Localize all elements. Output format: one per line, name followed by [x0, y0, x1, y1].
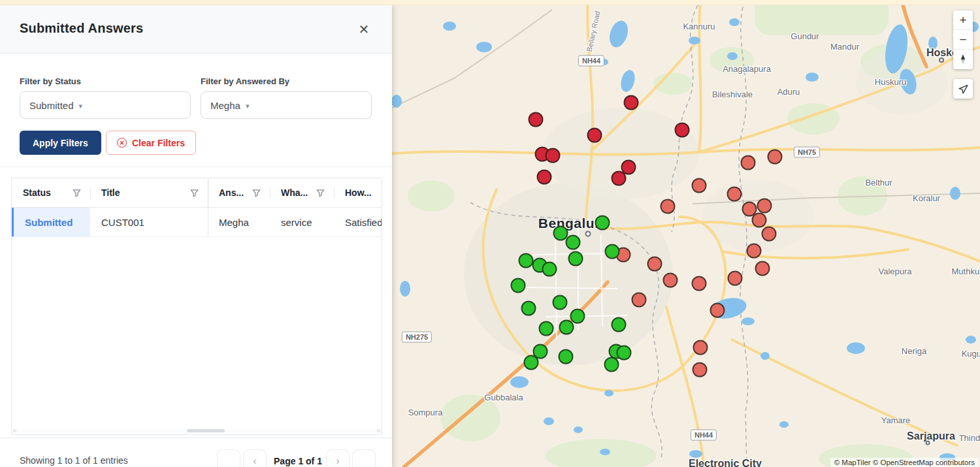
- salmon-map-marker[interactable]: [752, 213, 767, 228]
- column-header-title[interactable]: Title: [90, 178, 208, 207]
- scrollbar-left-end: [13, 429, 16, 432]
- green-map-marker[interactable]: [566, 235, 581, 250]
- compass-icon[interactable]: [953, 50, 973, 69]
- red-map-marker[interactable]: [546, 148, 561, 163]
- divider: [0, 438, 392, 438]
- last-page-button[interactable]: [352, 449, 376, 467]
- filter-funnel-icon[interactable]: [67, 189, 81, 197]
- screen: Submitted Answers ✕ Filter by Status Fil…: [0, 0, 980, 467]
- red-map-marker[interactable]: [624, 95, 639, 110]
- map-basemap: [392, 0, 980, 467]
- salmon-map-marker[interactable]: [632, 293, 647, 308]
- green-map-marker[interactable]: [604, 357, 619, 372]
- green-map-marker[interactable]: [617, 346, 632, 361]
- green-map-marker[interactable]: [605, 244, 620, 259]
- salmon-map-marker[interactable]: [741, 155, 756, 170]
- green-map-marker[interactable]: [511, 278, 526, 293]
- city-dot: [585, 231, 591, 237]
- green-map-marker[interactable]: [568, 251, 583, 266]
- salmon-map-marker[interactable]: [747, 244, 762, 259]
- map-label-kugur: Kugur: [962, 349, 980, 359]
- filter-funnel-icon[interactable]: [311, 189, 325, 197]
- column-label: How...: [345, 187, 372, 198]
- salmon-map-marker[interactable]: [647, 257, 662, 272]
- salmon-map-marker[interactable]: [693, 362, 708, 378]
- first-page-button[interactable]: [217, 449, 240, 467]
- cell-how-[interactable]: Satisfied: [334, 208, 382, 236]
- red-map-marker[interactable]: [529, 112, 544, 127]
- green-map-marker[interactable]: [521, 301, 536, 316]
- salmon-map-marker[interactable]: [755, 261, 770, 276]
- red-map-marker[interactable]: [612, 171, 627, 186]
- submitted-answers-panel: Submitted Answers ✕ Filter by Status Fil…: [0, 5, 392, 467]
- column-header-ans-[interactable]: Ans...: [208, 178, 270, 207]
- close-icon[interactable]: ✕: [354, 20, 374, 39]
- green-map-marker[interactable]: [553, 295, 568, 310]
- salmon-map-marker[interactable]: [692, 178, 707, 193]
- geolocate-icon[interactable]: [953, 79, 973, 99]
- green-map-marker[interactable]: [595, 216, 610, 231]
- green-map-marker[interactable]: [524, 355, 539, 370]
- scrollbar-right-end: [377, 429, 380, 432]
- zoom-out-icon[interactable]: −: [953, 30, 973, 50]
- divider: [0, 167, 392, 167]
- map-attribution[interactable]: © MapTiler © OpenStreetMap contributors: [830, 458, 979, 467]
- filter-funnel-icon[interactable]: [185, 189, 199, 197]
- filter-funnel-icon[interactable]: [247, 189, 261, 197]
- column-header-status[interactable]: Status: [12, 178, 90, 207]
- map-label-yamare: Yamare: [881, 415, 911, 425]
- cell-wha-[interactable]: service: [270, 208, 334, 236]
- table-row[interactable]: SubmittedCUST001MeghaserviceSatisfied: [12, 208, 382, 237]
- column-label: Title: [101, 187, 120, 198]
- column-header-wha-[interactable]: Wha...: [270, 178, 334, 207]
- cell-title[interactable]: CUST001: [90, 208, 208, 236]
- salmon-map-marker[interactable]: [728, 271, 743, 286]
- green-map-marker[interactable]: [542, 262, 557, 277]
- green-map-marker[interactable]: [559, 349, 574, 364]
- salmon-map-marker[interactable]: [692, 276, 707, 291]
- salmon-map-marker[interactable]: [727, 187, 742, 202]
- cell-ans-[interactable]: Megha: [208, 208, 270, 236]
- red-map-marker[interactable]: [675, 123, 690, 138]
- road-shield-nh275: NH275: [402, 332, 432, 343]
- scrollbar-thumb[interactable]: [187, 429, 225, 432]
- zoom-in-icon[interactable]: +: [953, 10, 973, 30]
- salmon-map-marker[interactable]: [710, 303, 725, 318]
- road-shield-nh75: NH75: [794, 147, 820, 158]
- red-map-marker[interactable]: [587, 128, 602, 143]
- salmon-map-marker[interactable]: [768, 150, 783, 165]
- salmon-map-marker[interactable]: [757, 199, 772, 214]
- map-label-gubbalala: Gubbalala: [484, 393, 523, 402]
- map-label-sarjapura: Sarjapura: [907, 430, 955, 442]
- column-header-how-[interactable]: How...: [334, 178, 382, 207]
- salmon-map-marker[interactable]: [762, 227, 777, 242]
- status-filter-label: Filter by Status: [20, 76, 81, 86]
- answered-by-filter-label: Filter by Answered By: [201, 76, 289, 86]
- map[interactable]: KannuruGundurMandurHoskotAnagalapuraBile…: [392, 0, 980, 467]
- green-map-marker[interactable]: [612, 317, 627, 332]
- map-label-neriga: Neriga: [902, 346, 926, 356]
- salmon-map-marker[interactable]: [693, 340, 708, 355]
- green-map-marker[interactable]: [570, 309, 585, 324]
- salmon-map-marker[interactable]: [661, 199, 676, 214]
- previous-page-button[interactable]: ‹: [243, 449, 267, 467]
- cell-status[interactable]: Submitted: [12, 208, 90, 236]
- map-label-belthur: Belthur: [865, 178, 892, 187]
- next-page-button[interactable]: ›: [326, 449, 350, 467]
- entries-summary: Showing 1 to 1 of 1 entries: [20, 455, 128, 466]
- map-label-kannuru: Kannuru: [683, 22, 715, 31]
- salmon-map-marker[interactable]: [663, 273, 678, 288]
- clear-filters-button[interactable]: ✕ Clear Filters: [106, 131, 196, 155]
- results-table: StatusTitleAns...Wha...How... SubmittedC…: [11, 178, 382, 435]
- red-map-marker[interactable]: [537, 170, 552, 185]
- horizontal-scrollbar[interactable]: [12, 428, 382, 433]
- answered-by-select[interactable]: Megha ▾: [201, 91, 372, 119]
- chevron-down-icon: ▾: [79, 101, 83, 110]
- green-map-marker[interactable]: [519, 253, 534, 268]
- apply-filters-button[interactable]: Apply Filters: [20, 131, 101, 155]
- green-map-marker[interactable]: [539, 321, 554, 336]
- status-select[interactable]: Submitted ▾: [20, 91, 191, 119]
- green-map-marker[interactable]: [559, 320, 574, 335]
- city-dot: [939, 57, 944, 63]
- answered-by-select-value: Megha: [210, 100, 240, 111]
